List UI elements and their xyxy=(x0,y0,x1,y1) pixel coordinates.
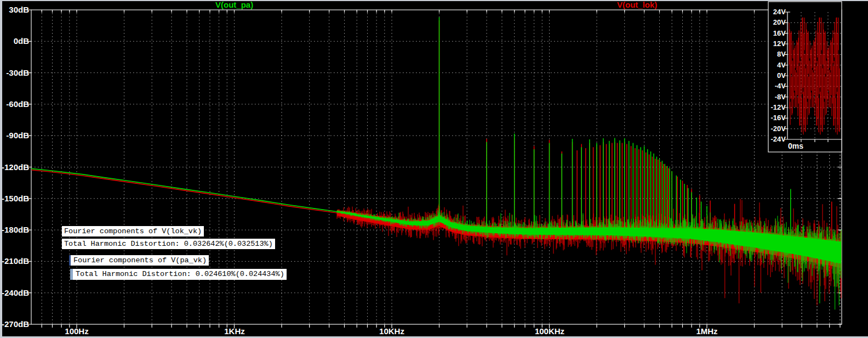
x-axis-label: 1MHz xyxy=(685,327,729,336)
thd-text-pa: Total Harmonic Distortion: 0.024610%(0.0… xyxy=(73,269,287,280)
thd-text-box-pa[interactable]: Total Harmonic Distortion: 0.024610%(0.0… xyxy=(70,269,287,280)
inset-y-axis-label: 24V xyxy=(764,8,786,16)
selection-bar xyxy=(70,269,73,280)
selection-bar xyxy=(69,255,71,266)
x-axis-label: 100KHz xyxy=(528,327,572,336)
y-axis-label: 30dB xyxy=(2,5,29,14)
inset-y-axis-label: 4V xyxy=(764,61,786,69)
inset-y-axis-label: -24V xyxy=(764,136,786,143)
y-axis-label: -270dB xyxy=(2,320,29,329)
inset-time-axis-label: 0ms xyxy=(788,142,803,150)
inset-y-axis-label: 8V xyxy=(764,50,786,58)
fourier-text-lok: Fourier components of V(lok_vk) xyxy=(62,226,204,236)
inset-y-axis-label: 12V xyxy=(764,40,786,48)
spectrum-plot[interactable] xyxy=(0,0,868,338)
fourier-text-box-pa[interactable]: Fourier components of V(pa_vk) xyxy=(69,255,209,266)
x-axis-label: 1KHz xyxy=(213,327,256,336)
fourier-text-box-lok[interactable]: Fourier components of V(lok_vk) xyxy=(62,226,204,236)
inset-y-axis-label: -16V xyxy=(764,114,786,122)
x-axis-label: 10KHz xyxy=(370,327,414,336)
y-axis-label: -30dB xyxy=(2,69,29,77)
trace-label-v-out-lok[interactable]: V(out_lok) xyxy=(617,1,657,9)
thd-text-lok: Total Harmonic Distortion: 0.032642%(0.0… xyxy=(62,239,275,249)
waveform-viewer-window: V(out_pa) V(out_lok) 30dB0dB-30dB-60dB-9… xyxy=(0,0,868,338)
y-axis-label: -60dB xyxy=(2,100,29,109)
trace-label-v-out-pa[interactable]: V(out_pa) xyxy=(215,1,253,9)
y-axis-label: -90dB xyxy=(2,131,29,140)
inset-y-axis-label: -8V xyxy=(764,93,786,101)
y-axis-label: 0dB xyxy=(2,37,29,46)
inset-y-axis-label: -20V xyxy=(764,125,786,133)
thd-text-box-lok[interactable]: Total Harmonic Distortion: 0.032642%(0.0… xyxy=(62,239,275,249)
inset-y-axis-label: 16V xyxy=(764,30,786,37)
y-axis-label: -150dB xyxy=(2,194,29,203)
y-axis-label: -120dB xyxy=(2,163,29,172)
y-axis-label: -210dB xyxy=(2,257,29,266)
x-axis-label: 100Hz xyxy=(55,327,99,336)
spectrum-plot-svg[interactable] xyxy=(0,0,868,338)
y-axis-label: -240dB xyxy=(2,289,29,297)
inset-y-axis-label: -12V xyxy=(764,104,786,111)
inset-y-axis-label: 20V xyxy=(764,19,786,26)
inset-y-axis-label: -4V xyxy=(764,82,786,90)
fourier-text-pa: Fourier components of V(pa_vk) xyxy=(71,255,209,266)
window-frame-top xyxy=(0,0,868,1)
inset-y-axis-label: 0V xyxy=(764,72,786,80)
y-axis-label: -180dB xyxy=(2,226,29,234)
